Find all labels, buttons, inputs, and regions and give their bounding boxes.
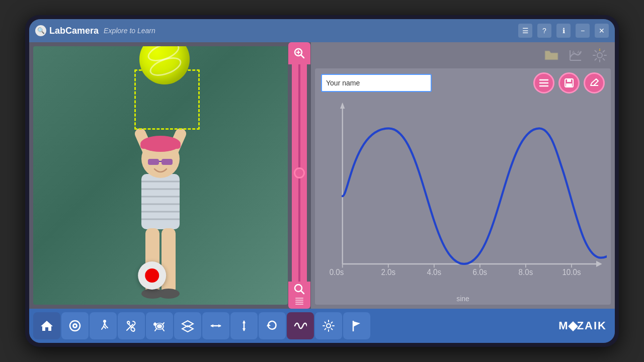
title-bar-controls: ☰ ? ℹ − ✕ — [518, 24, 609, 38]
edit-icon — [589, 78, 599, 88]
vertical-arrows-button[interactable] — [230, 312, 258, 339]
undo-button[interactable] — [259, 312, 286, 339]
graph-top-bar — [315, 68, 611, 98]
app-icon: 🔍 — [35, 25, 46, 36]
svg-marker-70 — [218, 324, 221, 327]
camera-panel — [29, 42, 311, 309]
list-icon — [539, 78, 549, 87]
svg-marker-54 — [41, 321, 53, 331]
app-title: LabCamera — [49, 26, 99, 36]
svg-text:2.0s: 2.0s — [381, 268, 395, 277]
sine-graph: 0.0s 2.0s 4.0s 6.0s 8.0s 10.0s — [319, 98, 607, 289]
tools-button[interactable] — [118, 312, 145, 339]
svg-rect-11 — [140, 143, 181, 149]
menu-button[interactable]: ☰ — [518, 24, 532, 38]
flag-icon — [350, 319, 363, 332]
svg-rect-13 — [162, 159, 173, 165]
turtle-button[interactable] — [146, 312, 173, 339]
slider-thumb[interactable] — [294, 167, 305, 178]
info-button[interactable]: ℹ — [556, 24, 571, 38]
svg-text:A: A — [577, 50, 580, 54]
minimize-button[interactable]: − — [576, 24, 590, 38]
svg-marker-69 — [210, 324, 213, 327]
speaker-line-4 — [295, 304, 303, 305]
graph-toolbar: A A — [315, 46, 611, 64]
motion-button[interactable] — [90, 312, 117, 339]
bottom-toolbar: MZAIK — [29, 309, 615, 343]
motion-icon — [97, 319, 110, 332]
layers-icon — [181, 319, 194, 332]
layers-button[interactable] — [174, 312, 201, 339]
home-icon — [40, 320, 53, 332]
turtle-icon — [152, 320, 167, 331]
graph-action-buttons — [533, 72, 605, 94]
svg-point-29 — [597, 53, 602, 58]
wave-button[interactable] — [287, 312, 314, 339]
svg-marker-41 — [596, 261, 602, 267]
edit-button[interactable] — [584, 72, 605, 94]
speaker-lines — [295, 298, 303, 305]
settings-button[interactable] — [591, 46, 609, 64]
flag-button[interactable] — [343, 312, 370, 339]
camera-feed — [33, 46, 288, 305]
horizontal-arrows-icon — [209, 319, 222, 332]
camera-icon — [68, 319, 82, 332]
main-content: A A — [29, 42, 615, 309]
record-button[interactable] — [138, 261, 166, 290]
tablet-outer: 🔍 LabCamera Explore to Learn ☰ ? ℹ − ✕ — [25, 15, 619, 347]
graph-panel: A A — [311, 42, 615, 309]
folder-button[interactable] — [542, 46, 560, 64]
app-subtitle: Explore to Learn — [104, 27, 155, 35]
chart-button[interactable]: A A — [567, 46, 585, 64]
svg-marker-73 — [243, 328, 246, 331]
svg-line-65 — [163, 323, 164, 324]
close-button[interactable]: ✕ — [595, 24, 609, 38]
svg-marker-72 — [243, 320, 246, 323]
camera-background — [33, 46, 288, 305]
graph-curve-label: sine — [315, 293, 611, 305]
undo-icon — [266, 319, 279, 332]
svg-rect-12 — [148, 159, 159, 165]
settings-icon — [592, 48, 607, 63]
help-button[interactable]: ? — [537, 24, 551, 38]
home-button[interactable] — [33, 312, 60, 339]
name-input[interactable] — [321, 74, 432, 92]
slider-track — [298, 64, 300, 282]
svg-line-62 — [155, 329, 156, 331]
record-dot — [145, 268, 159, 283]
list-button[interactable] — [533, 72, 554, 94]
svg-point-57 — [74, 325, 76, 327]
search-plus-icon — [294, 48, 305, 59]
svg-text:6.0s: 6.0s — [473, 268, 488, 277]
search-minus-icon — [294, 284, 305, 295]
zoom-out-button[interactable] — [288, 282, 310, 309]
graph-canvas: 0.0s 2.0s 4.0s 6.0s 8.0s 10.0s — [315, 98, 611, 293]
app-logo: 🔍 LabCamera Explore to Learn — [35, 25, 155, 36]
svg-text:0.0s: 0.0s — [330, 268, 344, 277]
sine-curve — [343, 128, 607, 264]
gear-button[interactable] — [315, 312, 342, 339]
mozaik-logo: MZAIK — [558, 319, 611, 332]
folder-icon — [544, 49, 559, 62]
zoom-in-button[interactable] — [288, 42, 310, 64]
gear-icon — [322, 319, 335, 332]
svg-text:4.0s: 4.0s — [427, 268, 441, 277]
speaker-line-2 — [295, 300, 303, 301]
vertical-slider — [292, 42, 307, 309]
svg-line-24 — [301, 291, 304, 294]
svg-rect-36 — [566, 83, 572, 86]
vertical-arrows-icon — [237, 319, 251, 332]
svg-marker-77 — [353, 321, 360, 327]
chart-icon: A A — [568, 48, 583, 62]
camera-button[interactable] — [61, 312, 89, 339]
svg-rect-35 — [567, 79, 571, 82]
save-icon — [564, 78, 574, 88]
horizontal-arrows-button[interactable] — [202, 312, 229, 339]
mozaik-diamond — [568, 321, 578, 331]
tablet-inner: 🔍 LabCamera Explore to Learn ☰ ? ℹ − ✕ — [29, 19, 615, 343]
save-button[interactable] — [558, 72, 580, 94]
svg-rect-16 — [162, 228, 176, 294]
svg-text:8.0s: 8.0s — [519, 268, 533, 277]
svg-line-20 — [301, 55, 304, 58]
tools-icon — [125, 319, 138, 332]
